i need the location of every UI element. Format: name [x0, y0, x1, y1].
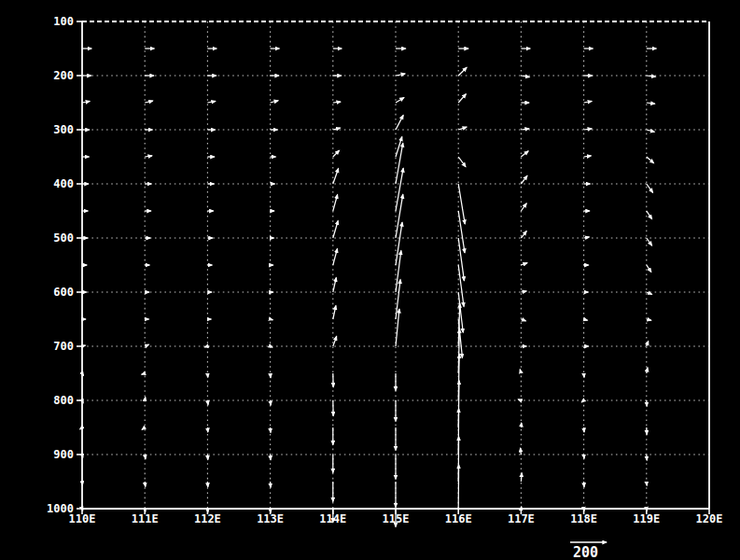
wind-vector	[584, 101, 593, 103]
y-tick-label: 700	[53, 340, 74, 353]
wind-vector	[647, 319, 651, 320]
y-tick-label: 100	[53, 15, 74, 28]
wind-vector	[82, 455, 83, 458]
wind-vector	[396, 98, 404, 103]
wind-vector	[145, 156, 152, 157]
wind-vector	[647, 76, 656, 77]
wind-vector	[647, 238, 652, 245]
y-tick-label: 400	[53, 177, 74, 190]
wind-vector	[145, 482, 146, 486]
wind-vector	[82, 509, 83, 511]
wind-vector	[145, 101, 153, 103]
wind-vector	[647, 265, 651, 272]
wind-vector	[333, 168, 339, 184]
y-tick-label: 1000	[47, 502, 74, 515]
wind-vector	[145, 455, 146, 459]
wind-vector	[458, 94, 466, 103]
x-tick-label: 119E	[633, 512, 660, 525]
x-tick-label: 113E	[257, 512, 284, 525]
wind-vector	[333, 336, 337, 346]
wind-vector	[271, 101, 279, 103]
wind-vector	[333, 248, 338, 265]
wind-vector	[647, 103, 655, 104]
wind-vector	[458, 157, 466, 167]
wind-vector	[521, 263, 527, 265]
x-tick-label: 117E	[508, 512, 535, 525]
wind-vector	[584, 156, 592, 157]
wind-vector	[647, 184, 653, 192]
wind-vector	[333, 194, 338, 211]
wind-vector	[521, 129, 529, 130]
wind-vector	[521, 473, 522, 482]
reference-label: 200	[573, 544, 598, 560]
wind-vector	[271, 400, 272, 405]
wind-vector	[333, 305, 336, 319]
wind-vector	[521, 231, 526, 238]
x-tick-label: 118E	[570, 512, 597, 525]
wind-vector	[521, 319, 525, 321]
tick-marks	[77, 21, 709, 514]
wind-vector	[647, 211, 652, 219]
y-tick-label: 900	[53, 448, 74, 461]
wind-vector	[584, 237, 590, 238]
wind-vector	[82, 101, 90, 103]
wind-vector	[396, 115, 403, 130]
vector-field	[80, 49, 657, 527]
wind-vector	[521, 448, 522, 455]
x-tick-label: 112E	[194, 512, 221, 525]
y-tick-label: 200	[53, 69, 74, 82]
wind-vector	[333, 220, 338, 238]
wind-vector	[145, 509, 146, 512]
wind-vector	[584, 319, 588, 320]
wind-vector	[142, 373, 146, 374]
y-axis-labels: 1002003004005006007008009001000	[47, 15, 74, 515]
wind-vector	[521, 76, 529, 77]
wind-vector	[521, 175, 527, 184]
reference-vector: 200	[570, 542, 607, 560]
y-tick-label: 600	[53, 286, 74, 299]
y-tick-label: 500	[53, 231, 74, 245]
wind-vector	[520, 370, 521, 373]
wind-vector	[458, 67, 467, 76]
wind-vector	[333, 150, 340, 157]
vector-field-chart: 110E111E112E113E114E115E116E117E118E119E…	[0, 0, 740, 560]
wind-vector	[271, 319, 273, 320]
wind-vector	[145, 344, 148, 346]
wind-vector	[333, 102, 341, 103]
wind-vector	[207, 101, 216, 103]
x-tick-label: 120E	[696, 512, 723, 525]
x-tick-label: 111E	[132, 512, 159, 525]
wind-vector	[145, 397, 146, 400]
wind-vector	[333, 128, 341, 130]
x-tick-label: 116E	[445, 512, 472, 525]
y-tick-label: 800	[53, 394, 74, 407]
wind-vector	[396, 194, 403, 238]
y-tick-label: 300	[53, 123, 74, 136]
wind-vector	[207, 400, 208, 405]
wind-vector	[647, 157, 654, 163]
wind-vector	[521, 291, 526, 292]
wind-vector	[521, 151, 528, 157]
wind-vector	[518, 399, 521, 400]
wind-vector	[584, 129, 593, 130]
quiver-figure: 110E111E112E113E114E115E116E117E118E119E…	[0, 0, 740, 560]
wind-vector	[647, 368, 648, 373]
wind-vector	[521, 203, 526, 211]
